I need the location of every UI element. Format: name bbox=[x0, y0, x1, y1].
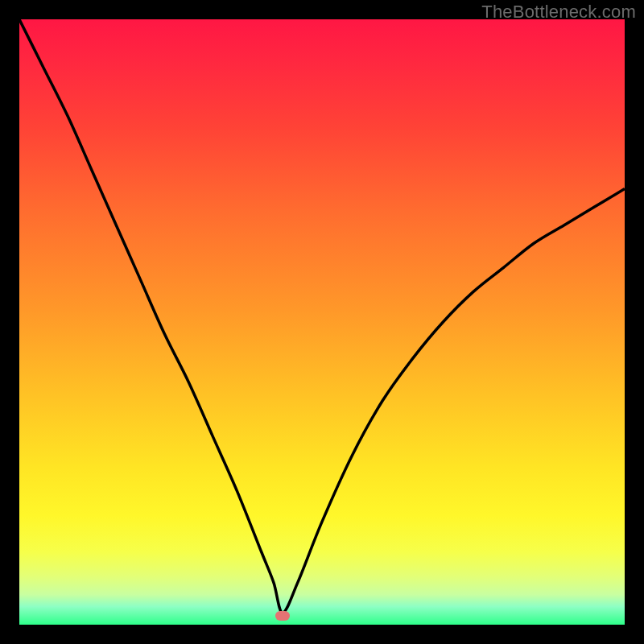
minimum-marker bbox=[275, 611, 290, 621]
plot-area bbox=[19, 19, 625, 625]
chart-frame: TheBottleneck.com bbox=[0, 0, 644, 644]
curve-path bbox=[19, 19, 625, 613]
bottleneck-curve bbox=[19, 19, 625, 625]
